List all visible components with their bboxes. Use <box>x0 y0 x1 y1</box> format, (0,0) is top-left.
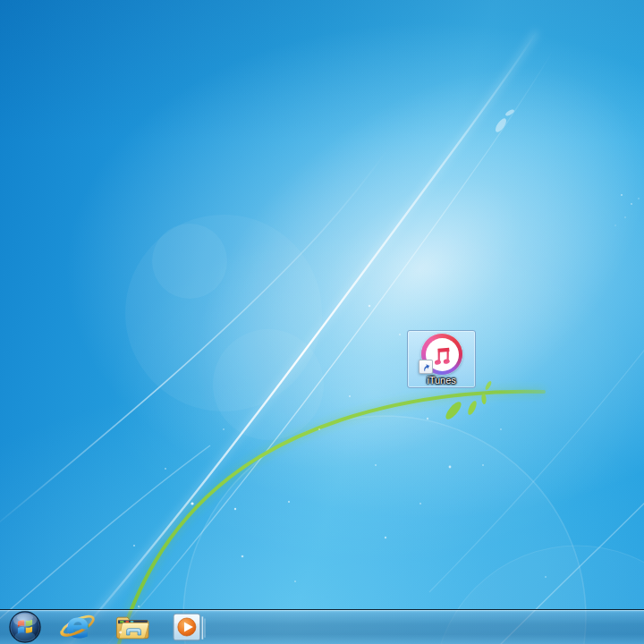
taskbar-item-internet-explorer[interactable]: e <box>50 610 106 644</box>
media-player-icon <box>169 611 208 643</box>
taskbar-item-windows-explorer[interactable] <box>106 610 161 644</box>
shortcut-arrow-icon <box>419 360 433 374</box>
start-button[interactable] <box>0 610 50 644</box>
music-note-icon <box>430 343 454 367</box>
desktop-background[interactable] <box>0 0 644 644</box>
green-vine <box>114 380 544 644</box>
taskbar-item-media-player[interactable] <box>161 610 216 644</box>
internet-explorer-icon: e <box>57 611 98 643</box>
desktop-icon-itunes[interactable]: iTunes <box>407 330 476 388</box>
windows-orb-icon <box>8 610 42 644</box>
folder-explorer-icon <box>114 611 153 643</box>
icon-label: iTunes <box>408 375 475 386</box>
svg-text:e: e <box>65 611 89 643</box>
wallpaper-light-streaks <box>0 0 644 644</box>
white-leaf-flourish <box>494 108 515 133</box>
itunes-app-icon <box>420 333 463 376</box>
taskbar: e <box>0 609 644 644</box>
